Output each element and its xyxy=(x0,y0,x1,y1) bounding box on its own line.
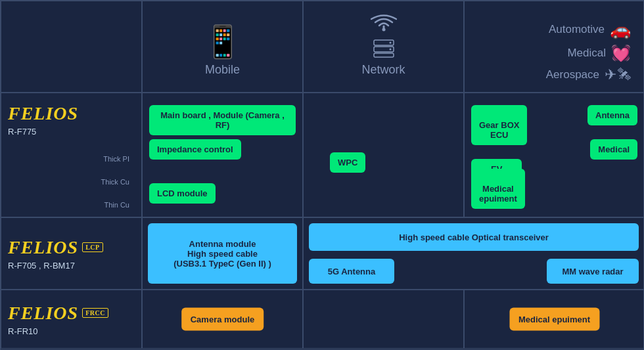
f775-logo-cell: FELIOS R-F775 Thick PI Thick Cu Thin Cu xyxy=(1,93,142,217)
lcd-box: LCD module xyxy=(149,183,216,204)
frcc-mobile-cell: Camera module xyxy=(142,290,303,349)
mainboard-box: Main board , Module (Camera , RF) xyxy=(149,105,296,135)
phone-icon: 📱 xyxy=(203,24,242,60)
f775-mobile-cell: Main board , Module (Camera , RF) Impeda… xyxy=(142,93,303,217)
network-label: Network xyxy=(361,63,405,77)
svg-rect-3 xyxy=(374,53,394,57)
svg-point-4 xyxy=(389,42,391,44)
frcc-logo-text: FELIOS xyxy=(8,303,78,324)
wifi-icon xyxy=(371,14,397,38)
header-network-cell: Network xyxy=(303,1,464,93)
lcp-mobile-cell: Antenna module High speed cable (USB3.1 … xyxy=(142,217,303,290)
thick-pi-label: Thick PI xyxy=(103,155,129,163)
mobile-label: Mobile xyxy=(205,63,240,77)
lcp-model: R-F705 , R-BM17 xyxy=(8,261,135,271)
antenna-box: Antenna xyxy=(587,105,637,125)
impedance-box: Impedance control xyxy=(149,139,241,160)
heartbeat-icon: 💓 xyxy=(611,44,631,62)
f775-logo-text: FELIOS xyxy=(8,103,78,124)
gearbox-box: Gear BOX ECU xyxy=(471,105,527,145)
lcp-badge: LCP xyxy=(82,242,103,252)
header-auto-cell: Automotive 🚗 Medical 💓 Aerospace ✈ 🛰 xyxy=(464,1,644,93)
header-mobile-cell: 📱 Mobile xyxy=(142,1,303,93)
satellite-icon: 🛰 xyxy=(618,67,631,82)
aerospace-label: Aerospace xyxy=(546,68,599,81)
f775-network-cell: WPC xyxy=(303,93,464,217)
frcc-medical-box: Medical epuiment xyxy=(509,308,599,331)
svg-point-0 xyxy=(382,28,385,32)
wpc-box: WPC xyxy=(330,152,365,173)
5g-box: 5G Antenna xyxy=(309,259,394,284)
lcp-logo: FELIOS LCP xyxy=(8,237,135,258)
lcp-logo-cell: FELIOS LCP R-F705 , R-BM17 xyxy=(1,217,142,290)
camera-box: Camera module xyxy=(181,308,264,331)
header-left-cell xyxy=(1,1,142,93)
car-icon: 🚗 xyxy=(610,20,631,40)
lcp-logo-text: FELIOS xyxy=(8,237,78,258)
frcc-logo: FELIOS FRCC xyxy=(8,303,135,324)
frcc-logo-cell: FELIOS FRCC R-FR10 xyxy=(1,290,142,349)
frcc-auto-cell: Medical epuiment xyxy=(464,290,644,349)
svg-point-5 xyxy=(389,49,391,51)
thick-cu-label: Thick Cu xyxy=(101,178,129,186)
f775-logo: FELIOS xyxy=(8,103,135,124)
plane-icon: ✈ xyxy=(605,66,616,83)
antenna-cable-box: Antenna module High speed cable (USB3.1 … xyxy=(148,223,297,284)
f775-auto-cell: Gear BOX ECU Antenna EV Medical Medical … xyxy=(464,93,644,217)
thin-cu-label: Thin Cu xyxy=(104,201,129,209)
frcc-network-cell xyxy=(303,290,464,349)
highspeed-box: High speed cable Optical transceiver xyxy=(309,223,639,251)
server-icon xyxy=(372,39,396,60)
mmwave-box: MM wave radar xyxy=(547,259,639,284)
automotive-label: Automotive xyxy=(549,23,605,36)
medical-equ-box: Medical epuiment xyxy=(471,169,525,209)
frcc-model: R-FR10 xyxy=(8,326,135,336)
frcc-badge: FRCC xyxy=(82,308,108,318)
medical-box-f775: Medical xyxy=(590,139,637,160)
medical-label: Medical xyxy=(567,47,606,60)
lcp-network-auto-cell: High speed cable Optical transceiver 5G … xyxy=(303,217,644,290)
f775-model: R-F775 xyxy=(8,127,135,137)
